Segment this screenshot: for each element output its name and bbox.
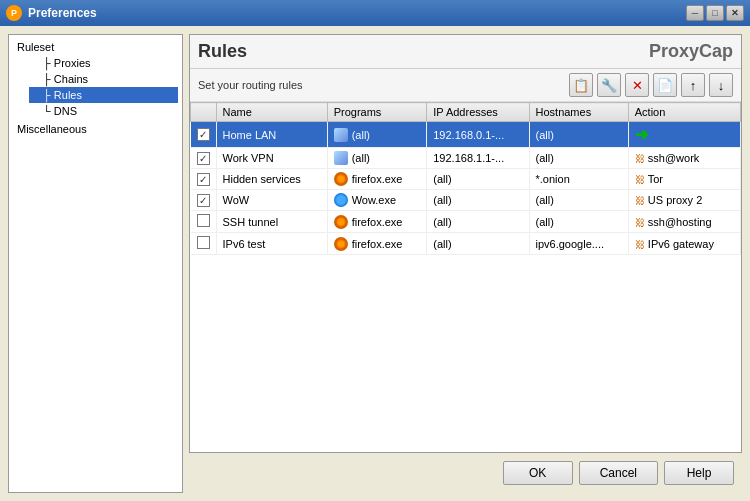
row-programs: (all) <box>327 122 427 148</box>
action-chain-icon: ⛓ <box>635 217 645 228</box>
toolbar-text: Set your routing rules <box>198 79 565 91</box>
action-arrow-icon: ➜ <box>635 126 648 143</box>
tree-line: └ <box>43 105 54 117</box>
cancel-button[interactable]: Cancel <box>579 461 658 485</box>
title-bar-text: Preferences <box>28 6 686 20</box>
action-chain-icon: ⛓ <box>635 195 645 206</box>
close-button[interactable]: ✕ <box>726 5 744 21</box>
row-hostnames: (all) <box>529 122 628 148</box>
row-name: SSH tunnel <box>216 211 327 233</box>
tree-line: ├ <box>43 57 54 69</box>
row-action: ⛓ ssh@work <box>628 148 740 169</box>
row-checkbox[interactable]: ✓ <box>197 128 210 141</box>
ok-button[interactable]: OK <box>503 461 573 485</box>
rules-table: Name Programs IP Addresses Hostnames Act… <box>190 102 741 255</box>
program-icon <box>334 172 348 186</box>
row-hostnames: (all) <box>529 211 628 233</box>
row-ip: (all) <box>427 190 529 211</box>
brand-label: ProxyCap <box>649 41 733 62</box>
table-row[interactable]: IPv6 testfirefox.exe(all)ipv6.google....… <box>191 233 741 255</box>
program-icon <box>334 215 348 229</box>
sidebar-item-rules[interactable]: ├ Rules <box>29 87 178 103</box>
row-hostnames: *.onion <box>529 169 628 190</box>
table-row[interactable]: ✓Hidden servicesfirefox.exe(all)*.onion⛓… <box>191 169 741 190</box>
row-checkbox[interactable] <box>197 236 210 249</box>
panel-title: Rules <box>198 41 247 62</box>
col-action: Action <box>628 103 740 122</box>
title-bar: P Preferences ─ □ ✕ <box>0 0 750 26</box>
toolbar-up-button[interactable]: ↑ <box>681 73 705 97</box>
minimize-button[interactable]: ─ <box>686 5 704 21</box>
action-chain-icon: ⛓ <box>635 239 645 250</box>
sidebar-item-chains[interactable]: ├ Chains <box>29 71 178 87</box>
row-hostnames: ipv6.google.... <box>529 233 628 255</box>
col-check <box>191 103 217 122</box>
help-button[interactable]: Help <box>664 461 734 485</box>
program-icon <box>334 237 348 251</box>
title-bar-buttons: ─ □ ✕ <box>686 5 744 21</box>
row-action: ⛓ Tor <box>628 169 740 190</box>
sidebar-item-miscellaneous[interactable]: Miscellaneous <box>17 121 178 137</box>
sidebar: Ruleset ├ Proxies ├ Chains ├ Rules └ DNS… <box>8 34 183 493</box>
row-programs: Wow.exe <box>327 190 427 211</box>
col-programs: Programs <box>327 103 427 122</box>
row-programs: firefox.exe <box>327 233 427 255</box>
toolbar-copy-button[interactable]: 📄 <box>653 73 677 97</box>
misc-label: Miscellaneous <box>17 123 87 135</box>
row-action: ⛓ ssh@hosting <box>628 211 740 233</box>
toolbar-delete-button[interactable]: ✕ <box>625 73 649 97</box>
col-name: Name <box>216 103 327 122</box>
row-ip: (all) <box>427 169 529 190</box>
tree-root: Ruleset ├ Proxies ├ Chains ├ Rules └ DNS… <box>17 39 178 137</box>
toolbar-edit-button[interactable]: 🔧 <box>597 73 621 97</box>
table-row[interactable]: ✓Home LAN(all)192.168.0.1-...(all)➜ <box>191 122 741 148</box>
bottom-bar: OK Cancel Help <box>189 453 742 493</box>
col-hostnames: Hostnames <box>529 103 628 122</box>
program-icon <box>334 128 348 142</box>
row-hostnames: (all) <box>529 148 628 169</box>
row-programs: firefox.exe <box>327 169 427 190</box>
col-ip: IP Addresses <box>427 103 529 122</box>
row-ip: 192.168.0.1-... <box>427 122 529 148</box>
action-chain-icon: ⛓ <box>635 153 645 164</box>
row-ip: (all) <box>427 211 529 233</box>
row-name: Work VPN <box>216 148 327 169</box>
row-programs: (all) <box>327 148 427 169</box>
row-action: ⛓ IPv6 gateway <box>628 233 740 255</box>
content-header: Rules ProxyCap <box>190 35 741 69</box>
table-row[interactable]: ✓Work VPN(all)192.168.1.1-...(all)⛓ ssh@… <box>191 148 741 169</box>
content-area: Rules ProxyCap Set your routing rules 📋 … <box>189 34 742 493</box>
rules-panel: Rules ProxyCap Set your routing rules 📋 … <box>189 34 742 453</box>
row-action: ⛓ US proxy 2 <box>628 190 740 211</box>
ruleset-label: Ruleset <box>17 41 54 53</box>
action-chain-icon: ⛓ <box>635 174 645 185</box>
row-checkbox[interactable]: ✓ <box>197 152 210 165</box>
row-checkbox[interactable] <box>197 214 210 227</box>
table-row[interactable]: SSH tunnelfirefox.exe(all)(all)⛓ ssh@hos… <box>191 211 741 233</box>
tree-line: ├ <box>43 89 54 101</box>
table-row[interactable]: ✓WoWWow.exe(all)(all)⛓ US proxy 2 <box>191 190 741 211</box>
row-name: Hidden services <box>216 169 327 190</box>
sidebar-item-ruleset[interactable]: Ruleset <box>17 39 178 55</box>
row-ip: 192.168.1.1-... <box>427 148 529 169</box>
app-icon: P <box>6 5 22 21</box>
program-icon <box>334 151 348 165</box>
row-name: IPv6 test <box>216 233 327 255</box>
main-container: Ruleset ├ Proxies ├ Chains ├ Rules └ DNS… <box>0 26 750 501</box>
sidebar-item-dns[interactable]: └ DNS <box>29 103 178 119</box>
row-name: WoW <box>216 190 327 211</box>
row-name: Home LAN <box>216 122 327 148</box>
sidebar-item-proxies[interactable]: ├ Proxies <box>29 55 178 71</box>
row-checkbox[interactable]: ✓ <box>197 194 210 207</box>
maximize-button[interactable]: □ <box>706 5 724 21</box>
toolbar-down-button[interactable]: ↓ <box>709 73 733 97</box>
row-ip: (all) <box>427 233 529 255</box>
toolbar-new-button[interactable]: 📋 <box>569 73 593 97</box>
row-hostnames: (all) <box>529 190 628 211</box>
row-programs: firefox.exe <box>327 211 427 233</box>
tree-line: ├ <box>43 73 54 85</box>
rules-table-area: Name Programs IP Addresses Hostnames Act… <box>190 102 741 452</box>
toolbar: Set your routing rules 📋 🔧 ✕ 📄 ↑ ↓ <box>190 69 741 102</box>
row-checkbox[interactable]: ✓ <box>197 173 210 186</box>
row-action: ➜ <box>628 122 740 148</box>
